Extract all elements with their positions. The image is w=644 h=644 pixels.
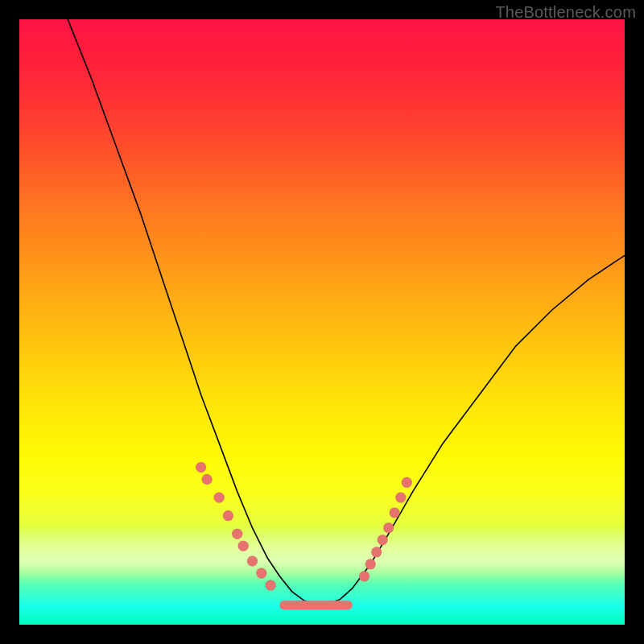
marker-dot (223, 510, 233, 521)
marker-dot (256, 568, 266, 579)
marker-dot (214, 493, 225, 503)
marker-dot (378, 535, 388, 545)
marker-dot (238, 541, 249, 551)
marker-dot (202, 474, 213, 485)
marker-bottom-bar (279, 601, 352, 609)
marker-dot (365, 559, 376, 569)
marker-dot (390, 507, 400, 518)
marker-cluster-left (196, 462, 276, 591)
marker-cluster-right (359, 477, 412, 582)
marker-dot (402, 477, 412, 488)
marker-dot (196, 462, 206, 473)
marker-dot (247, 556, 258, 567)
chart-stage: TheBottleneck.com (0, 0, 644, 644)
marker-dot (383, 522, 394, 533)
marker-dot (371, 547, 382, 557)
plot-area (19, 19, 625, 625)
watermark-text: TheBottleneck.com (495, 3, 636, 22)
marker-dot (395, 493, 406, 503)
marker-dot (359, 571, 369, 581)
marker-dot (232, 529, 242, 539)
bottleneck-curve-path (68, 19, 625, 605)
marker-dot (266, 580, 276, 591)
chart-svg (19, 19, 625, 625)
